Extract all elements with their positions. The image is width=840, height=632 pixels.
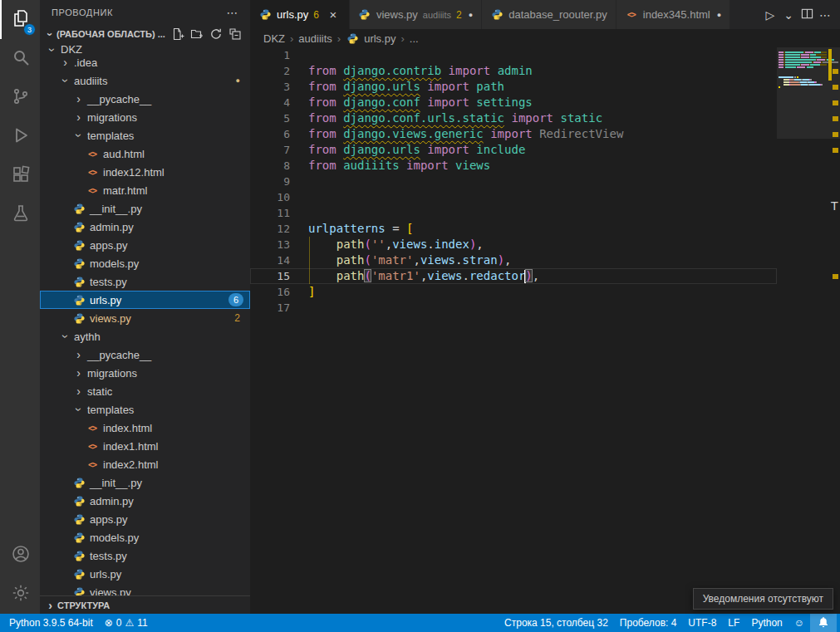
tree-item-urls.py[interactable]: urls.py6 — [40, 291, 250, 309]
tree-item-apps.py[interactable]: apps.py — [40, 236, 250, 254]
close-icon[interactable]: × — [326, 7, 341, 22]
encoding[interactable]: UTF-8 — [682, 614, 722, 632]
problems-indicator[interactable]: ⊗ 0 ⚠ 11 — [99, 614, 154, 632]
more-actions-icon[interactable]: ⋯ — [817, 6, 833, 24]
code-line-16[interactable]: 16] — [250, 284, 777, 300]
tree-item-admin.py[interactable]: admin.py — [40, 492, 250, 510]
accounts-icon[interactable] — [0, 536, 40, 575]
tab-label: database_roouter.py — [508, 8, 607, 21]
overview-warning-mark — [833, 132, 838, 137]
breadcrumb-item[interactable]: ... — [410, 32, 419, 45]
tab-database-roouter-py[interactable]: database_roouter.py — [482, 0, 616, 29]
tree-item-admin.py[interactable]: admin.py — [40, 218, 250, 236]
code-line-15[interactable]: 15 path('matr1',views.redactor), — [250, 268, 777, 284]
tree-item-__init__.py[interactable]: __init__.py — [40, 199, 250, 218]
tree-item-.idea[interactable]: ›.idea — [40, 53, 250, 71]
eol-indicator[interactable]: LF — [722, 614, 745, 632]
run-dropdown-icon[interactable]: ⌄ — [780, 6, 797, 24]
code-line-11[interactable]: 11 — [250, 205, 777, 221]
tree-item-label: models.py — [88, 532, 139, 544]
source-control-icon[interactable] — [0, 78, 40, 117]
testing-icon[interactable] — [0, 195, 40, 234]
tree-item-tests.py[interactable]: tests.py — [40, 546, 250, 565]
code-line-6[interactable]: 6from django.views.generic import Redire… — [250, 126, 777, 142]
tree-item-tests.py[interactable]: tests.py — [40, 272, 250, 291]
search-icon[interactable] — [0, 39, 40, 78]
tree-item-urls.py[interactable]: urls.py — [40, 565, 250, 583]
extensions-icon[interactable] — [0, 156, 40, 195]
tab-views-py[interactable]: views.py audiiits 2 ● — [350, 0, 482, 29]
code-line-17[interactable]: 17 — [250, 300, 777, 316]
code-line-3[interactable]: 3from django.urls import path — [250, 79, 777, 95]
modified-dot-icon[interactable]: ● — [717, 11, 721, 19]
code-line-2[interactable]: 2from django.contrib import admin — [250, 63, 777, 79]
modified-dot-icon[interactable]: ● — [469, 11, 473, 19]
code-line-10[interactable]: 10 — [250, 189, 777, 205]
notification-toast[interactable]: Уведомления отсутствуют — [693, 588, 833, 610]
code-line-7[interactable]: 7from django.urls import include — [250, 142, 777, 158]
line-number: 10 — [250, 189, 308, 205]
tree-item-matr.html[interactable]: <>matr.html — [40, 181, 250, 199]
tree-item-migrations[interactable]: ›migrations — [40, 108, 250, 126]
tree-item-models.py[interactable]: models.py — [40, 254, 250, 272]
code-line-4[interactable]: 4from django.conf import settings — [250, 95, 777, 110]
collapse-all-icon[interactable] — [227, 26, 243, 42]
notifications-bell-icon[interactable] — [810, 614, 837, 632]
code-line-5[interactable]: 5from django.conf.urls.static import sta… — [250, 110, 777, 126]
tree-item-__init__.py[interactable]: __init__.py — [40, 473, 250, 492]
run-python-file-button[interactable]: ▷ — [762, 6, 779, 24]
indentation[interactable]: Пробелов: 4 — [614, 614, 683, 632]
tree-item-index1.html[interactable]: <>index1.html — [40, 437, 250, 455]
refresh-icon[interactable] — [208, 26, 224, 42]
tree-item-aythh[interactable]: ›aythh — [40, 327, 250, 345]
breadcrumb-item[interactable]: DKZ — [263, 32, 285, 45]
code-line-12[interactable]: 12urlpatterns = [ — [250, 221, 777, 237]
breadcrumb-item[interactable]: audiiits — [298, 32, 332, 45]
tree-item-models.py[interactable]: models.py — [40, 528, 250, 546]
code-line-13[interactable]: 13 path('',views.index), — [250, 237, 777, 252]
breadcrumb-separator-icon: › — [290, 32, 293, 45]
code-editor[interactable]: 12from django.contrib import admin3from … — [250, 47, 840, 614]
tree-item-aud.html[interactable]: <>aud.html — [40, 145, 250, 163]
sidebar-more-icon[interactable]: ⋯ — [226, 6, 238, 19]
minimap[interactable] — [779, 49, 827, 91]
tree-item-migrations[interactable]: ›migrations — [40, 364, 250, 382]
python-interpreter[interactable]: Python 3.9.5 64-bit — [3, 614, 99, 632]
tree-item-apps.py[interactable]: apps.py — [40, 510, 250, 528]
explorer-icon[interactable]: 3 — [0, 0, 40, 39]
line-content: ] — [308, 284, 315, 300]
run-debug-icon[interactable] — [0, 117, 40, 156]
tree-item-label: tests.py — [88, 276, 127, 288]
tree-item-DKZ[interactable]: ›DKZ — [40, 43, 250, 53]
language-mode[interactable]: Python — [745, 614, 788, 632]
tree-item-__pycache__[interactable]: ›__pycache__ — [40, 90, 250, 108]
cursor-position[interactable]: Строка 15, столбец 32 — [499, 614, 614, 632]
feedback-icon[interactable]: ☺ — [788, 614, 810, 632]
tree-item-label: admin.py — [88, 221, 134, 233]
chevron-down-icon: › — [59, 74, 72, 88]
new-folder-icon[interactable] — [189, 26, 205, 42]
tree-item-index12.html[interactable]: <>index12.html — [40, 163, 250, 181]
tree-item-templates[interactable]: ›templates — [40, 126, 250, 145]
tree-item-static[interactable]: ›static — [40, 382, 250, 400]
folder-modified-dot-icon: ● — [236, 76, 240, 85]
tab-urls-py[interactable]: urls.py 6 × — [250, 0, 350, 29]
new-file-icon[interactable] — [169, 26, 186, 42]
split-editor-icon[interactable] — [798, 6, 815, 24]
code-line-1[interactable]: 1 — [250, 47, 777, 63]
tree-item-index.html[interactable]: <>index.html — [40, 419, 250, 437]
breadcrumb-item[interactable]: urls.py — [364, 32, 395, 45]
tree-item-views.py[interactable]: views.py — [40, 583, 250, 595]
tree-item-__pycache__[interactable]: ›__pycache__ — [40, 345, 250, 364]
settings-gear-icon[interactable] — [0, 575, 40, 614]
tree-item-audiiits[interactable]: ›audiiits● — [40, 71, 250, 90]
tab-index345-html[interactable]: <> index345.html ● — [616, 0, 730, 29]
code-line-14[interactable]: 14 path('matr',views.stran), — [250, 252, 777, 268]
tree-item-index2.html[interactable]: <>index2.html — [40, 455, 250, 473]
code-line-8[interactable]: 8from audiiits import views — [250, 158, 777, 174]
outline-section-header[interactable]: › СТРУКТУРА — [40, 595, 250, 614]
tree-item-views.py[interactable]: views.py2 — [40, 309, 250, 327]
code-line-9[interactable]: 9 — [250, 174, 777, 189]
workspace-section-header[interactable]: › (РАБОЧАЯ ОБЛАСТЬ) ... — [40, 25, 250, 43]
tree-item-templates[interactable]: ›templates — [40, 400, 250, 419]
